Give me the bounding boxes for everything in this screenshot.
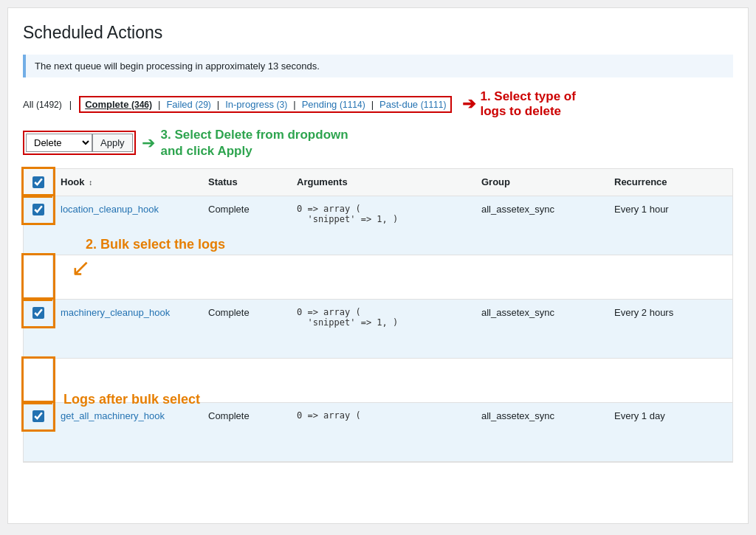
row3-recurrence: Every 1 day <box>607 403 703 429</box>
row3-status: Complete <box>201 403 289 429</box>
bulk-action-select[interactable]: Delete Cancel <box>26 134 92 152</box>
step3-arrow: ➔ <box>142 134 155 153</box>
filter-sep-5: | <box>371 99 374 110</box>
filter-tab-inprogress[interactable]: In-progress (3) <box>225 99 287 110</box>
row1-recurrence: Every 1 hour <box>607 196 703 222</box>
step1-arrow: ➔ <box>462 94 475 114</box>
filter-sep-3: | <box>217 99 219 110</box>
select-all-checkbox[interactable] <box>32 176 44 188</box>
page-title: Scheduled Actions <box>23 23 733 43</box>
table-row: location_cleanup_hook Complete 0 => arra… <box>24 196 732 255</box>
filter-tab-failed[interactable]: Failed (29) <box>166 99 210 110</box>
row2-checkbox[interactable] <box>32 307 44 319</box>
row1-group: all_assetex_sync <box>474 196 607 222</box>
row3-checkbox[interactable] <box>32 410 44 422</box>
table-header: Hook ↕ Status Arguments Group Recurrence <box>24 169 732 196</box>
col-recurrence: Recurrence <box>607 170 703 193</box>
row2-group: all_assetex_sync <box>474 300 607 325</box>
row2-hook: machinery_cleanup_hook <box>53 300 201 325</box>
info-message: The next queue will begin processing in … <box>35 61 320 72</box>
filter-tab-complete[interactable]: Complete (346) <box>85 99 152 110</box>
row2-arguments: 0 => array ( 'snippet' => 1, ) <box>289 300 474 335</box>
filter-sep-1: | <box>69 99 72 110</box>
apply-button[interactable]: Apply <box>92 134 133 152</box>
row3-group: all_assetex_sync <box>474 403 607 429</box>
filter-sep-2: | <box>158 99 160 110</box>
filter-tab-pending[interactable]: Pending (1114) <box>302 99 365 110</box>
row3-hook: get_all_machinery_hook <box>53 403 201 429</box>
row2-status: Complete <box>201 300 289 325</box>
step1-annotation: 1. Select type of logs to delete <box>480 89 575 120</box>
table-row: machinery_cleanup_hook Complete 0 => arr… <box>24 300 732 359</box>
row2-recurrence: Every 2 hours <box>607 300 703 325</box>
col-status: Status <box>201 170 289 193</box>
col-arguments: Arguments <box>289 170 474 193</box>
row1-checkbox[interactable] <box>32 204 44 215</box>
col-hook: Hook ↕ <box>53 170 201 193</box>
filter-tab-pastdue[interactable]: Past-due (1111) <box>379 99 446 110</box>
step3-annotation: 3. Select Delete from dropdown and click… <box>161 127 348 159</box>
info-bar: The next queue will begin processing in … <box>23 55 733 77</box>
row1-arguments: 0 => array ( 'snippet' => 1, ) <box>289 196 474 232</box>
row3-arguments: 0 => array ( <box>289 403 474 428</box>
filter-sep-4: | <box>293 99 295 110</box>
table-row: get_all_machinery_hook Complete 0 => arr… <box>24 403 732 462</box>
filter-tab-all[interactable]: All (1492) <box>23 99 62 110</box>
actions-table: Hook ↕ Status Arguments Group Recurrence… <box>23 168 733 463</box>
row1-hook: location_cleanup_hook <box>53 196 201 222</box>
row1-status: Complete <box>201 196 289 222</box>
col-group: Group <box>474 170 607 193</box>
